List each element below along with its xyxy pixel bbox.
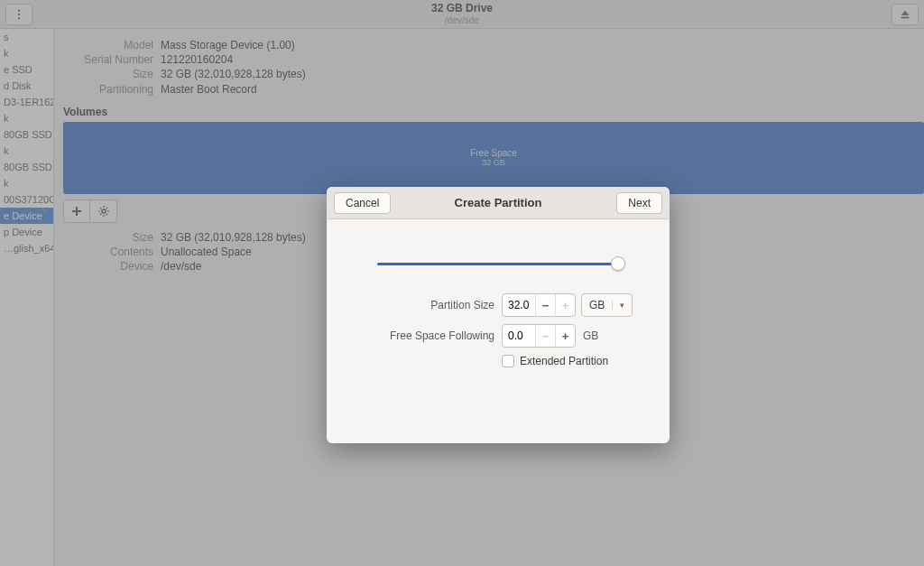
volume-bar-free-space[interactable]: Free Space 32 GB xyxy=(63,122,924,194)
header-title-wrap: 32 GB Drive /dev/sde xyxy=(0,3,924,24)
prop-label: Contents xyxy=(63,245,153,259)
free-following-increment[interactable]: + xyxy=(555,325,575,347)
prop-label: Device xyxy=(63,259,153,274)
extended-partition-checkbox[interactable] xyxy=(502,355,514,367)
partition-size-input[interactable] xyxy=(503,294,535,316)
slider-thumb[interactable] xyxy=(611,256,625,271)
sidebar-item[interactable]: D3-1ER162 xyxy=(0,94,53,110)
sidebar-item[interactable]: 00S37120G⤡ xyxy=(0,191,53,208)
dialog-header: Cancel Create Partition Next xyxy=(327,187,670,219)
create-partition-dialog: Cancel Create Partition Next Partition S… xyxy=(327,187,670,443)
partition-size-decrement[interactable]: − xyxy=(535,294,555,316)
next-button[interactable]: Next xyxy=(616,192,662,214)
sidebar-item[interactable]: 80GB SSD xyxy=(0,159,53,175)
prop-value: 32 GB (32,010,928,128 bytes) xyxy=(161,67,306,81)
unit-label: GB xyxy=(589,299,605,311)
sidebar-item[interactable]: e SSD xyxy=(0,61,53,78)
sidebar-item[interactable]: d Disk xyxy=(0,78,53,94)
svg-point-6 xyxy=(102,209,106,213)
window-header: 32 GB Drive /dev/sde xyxy=(0,0,924,29)
drive-properties: ModelMass Storage Device (1.00) Serial N… xyxy=(54,38,924,97)
sidebar-item[interactable]: p Device xyxy=(0,224,53,240)
partition-size-slider[interactable] xyxy=(377,254,619,275)
volume-label: Free Space xyxy=(470,148,517,158)
chevron-down-icon: ▾ xyxy=(612,301,624,310)
slider-track xyxy=(377,263,619,265)
partition-size-stepper: − + xyxy=(502,293,576,317)
dialog-form: Partition Size − + GB ▾ Free Space Follo… xyxy=(377,293,646,367)
gear-icon xyxy=(98,206,109,217)
prop-value: Master Boot Record xyxy=(161,82,257,97)
prop-label: Partitioning xyxy=(63,82,153,97)
prop-value: 32 GB (32,010,928,128 bytes) xyxy=(161,230,306,245)
sidebar-item[interactable]: s xyxy=(0,29,53,45)
sidebar-item[interactable]: k xyxy=(0,143,53,159)
extended-partition-label: Extended Partition xyxy=(520,355,608,367)
dialog-body: Partition Size − + GB ▾ Free Space Follo… xyxy=(327,219,670,443)
prop-value: Mass Storage Device (1.00) xyxy=(161,38,295,52)
plus-icon xyxy=(71,206,82,217)
partition-size-unit-select[interactable]: GB ▾ xyxy=(581,293,633,317)
free-following-decrement: − xyxy=(535,325,555,347)
device-sidebar[interactable]: s k e SSD d Disk D3-1ER162 k 80GB SSD k … xyxy=(0,29,54,566)
sidebar-item[interactable]: 80GB SSD xyxy=(0,126,53,143)
sidebar-item[interactable]: k xyxy=(0,175,53,191)
volumes-heading: Volumes xyxy=(63,106,924,118)
prop-value: 121220160204 xyxy=(161,52,233,67)
free-following-stepper: − + xyxy=(502,324,576,348)
prop-value: /dev/sde xyxy=(161,259,201,274)
volume-options-button[interactable] xyxy=(90,199,117,223)
free-following-unit: GB xyxy=(583,329,598,342)
svg-rect-5 xyxy=(72,210,81,212)
prop-label: Serial Number xyxy=(63,52,153,67)
header-subtitle: /dev/sde xyxy=(0,15,924,25)
prop-label: Size xyxy=(63,230,153,245)
partition-size-increment: + xyxy=(555,294,575,316)
sidebar-item[interactable]: k xyxy=(0,45,53,61)
prop-label: Size xyxy=(63,67,153,81)
free-following-label: Free Space Following xyxy=(377,329,494,342)
cancel-button[interactable]: Cancel xyxy=(334,192,391,214)
free-following-input[interactable] xyxy=(503,325,535,347)
header-title: 32 GB Drive xyxy=(0,3,924,14)
add-partition-button[interactable] xyxy=(63,199,90,223)
sidebar-item[interactable]: k xyxy=(0,110,53,126)
partition-size-label: Partition Size xyxy=(377,299,494,311)
prop-label: Model xyxy=(63,38,153,52)
sidebar-item[interactable]: …glish_x64.iso xyxy=(0,240,53,256)
volume-size: 32 GB xyxy=(482,158,505,167)
prop-value: Unallocated Space xyxy=(161,245,252,259)
